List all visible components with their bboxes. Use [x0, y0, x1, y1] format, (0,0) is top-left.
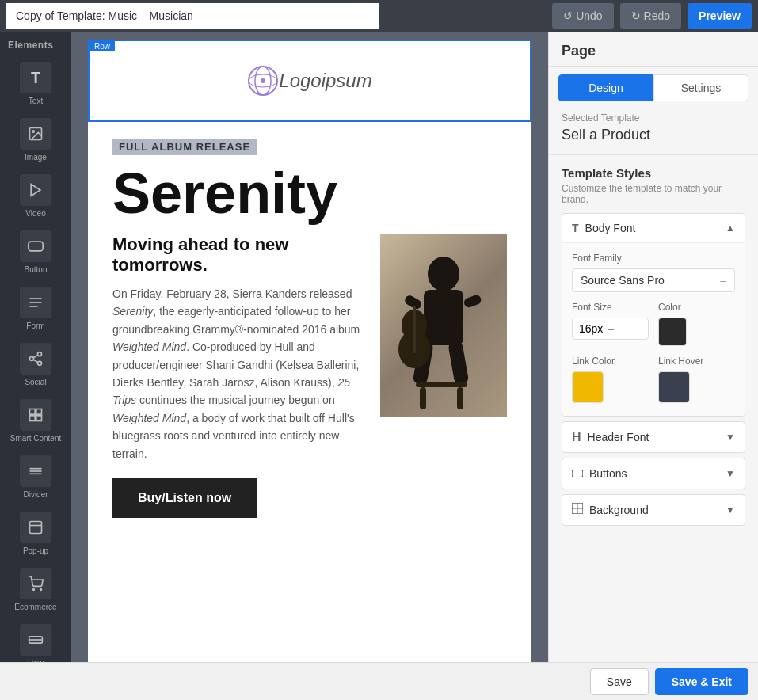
svg-rect-13	[36, 409, 42, 415]
body-font-label: Body Font	[585, 222, 636, 234]
link-hover-label: Link Hover	[658, 356, 735, 367]
save-button[interactable]: Save	[590, 668, 649, 695]
undo-button[interactable]: ↺ Undo	[552, 3, 613, 29]
text-icon: T	[20, 62, 51, 93]
popup-icon	[20, 512, 51, 543]
social-icon	[20, 343, 51, 375]
background-accordion: Background ▼	[562, 494, 745, 526]
svg-point-28	[261, 78, 265, 83]
sidebar-item-smart-content[interactable]: Smart Content	[0, 393, 71, 449]
content-image	[380, 234, 507, 417]
color-label: Color	[658, 302, 735, 313]
svg-rect-34	[448, 340, 469, 385]
font-family-dash: –	[720, 274, 726, 287]
top-bar: ↺ Undo ↻ Redo Preview	[0, 0, 758, 32]
logo-text: Logoipsum	[279, 70, 371, 92]
image-placeholder	[380, 234, 507, 417]
font-family-value: Source Sans Pro	[581, 274, 665, 287]
font-size-label: Font Size	[572, 302, 649, 313]
chevron-up-icon: ▲	[726, 223, 735, 234]
album-title: Serenity	[112, 165, 507, 222]
font-size-minus[interactable]: –	[608, 322, 614, 335]
sidebar-item-button[interactable]: Button	[0, 224, 71, 280]
content-subtitle: Moving ahead to new tomorrows.	[112, 234, 364, 276]
selected-template-label: Selected Template	[562, 112, 745, 124]
chevron-down-icon-3: ▼	[726, 504, 735, 515]
template-styles-section: Template Styles Customize the template t…	[549, 155, 758, 542]
design-settings-tabs: Design Settings	[549, 67, 758, 101]
sidebar-item-divider[interactable]: Divider	[0, 449, 71, 505]
font-family-label: Font Family	[572, 253, 735, 264]
background-header[interactable]: Background ▼	[562, 495, 745, 525]
header-font-accordion: H Header Font ▼	[562, 421, 745, 453]
sidebar-item-form[interactable]: Form	[0, 280, 71, 337]
page-title-input[interactable]	[6, 3, 379, 29]
main-layout: Elements T Text Image Video Button	[0, 32, 758, 662]
tab-settings[interactable]: Settings	[653, 74, 748, 101]
svg-point-9	[38, 361, 42, 365]
svg-rect-15	[36, 416, 42, 421]
header-font-label: Header Font	[588, 431, 649, 443]
redo-button[interactable]: ↻ Redo	[620, 3, 681, 29]
form-icon	[20, 287, 51, 318]
selected-template-value: Sell a Product	[562, 127, 745, 143]
sidebar-item-row[interactable]: Row	[0, 618, 71, 662]
logo-row[interactable]: Row Logoipsum	[88, 40, 531, 122]
svg-rect-3	[29, 242, 43, 251]
background-icon	[572, 503, 583, 517]
svg-point-8	[30, 357, 34, 361]
selected-template-section: Selected Template Sell a Product	[549, 101, 758, 155]
link-color-swatch[interactable]	[572, 371, 604, 403]
content-columns: Moving ahead to new tomorrows. On Friday…	[112, 234, 507, 462]
smart-content-icon	[20, 399, 51, 431]
color-swatch[interactable]	[658, 318, 687, 346]
body-font-body: Font Family Source Sans Pro – Font Size …	[562, 242, 745, 416]
font-family-select[interactable]: Source Sans Pro –	[572, 268, 735, 292]
color-group: Color	[658, 302, 735, 346]
button-icon	[20, 230, 51, 262]
svg-point-7	[38, 352, 42, 356]
sidebar-item-text[interactable]: T Text	[0, 55, 71, 112]
svg-rect-14	[30, 416, 36, 421]
buy-listen-button[interactable]: Buy/Listen now	[112, 478, 257, 518]
sidebar-item-popup[interactable]: Pop-up	[0, 505, 71, 561]
header-font-header[interactable]: H Header Font ▼	[562, 422, 745, 452]
svg-rect-40	[457, 387, 463, 409]
svg-point-21	[33, 589, 35, 591]
font-size-value: 16px	[579, 322, 603, 335]
link-color-label: Link Color	[572, 356, 649, 367]
album-label: FULL ALBUM RELEASE	[112, 139, 257, 155]
canvas-scroll[interactable]: Row Logoipsum FULL ALBUM RELE	[71, 32, 548, 662]
svg-rect-30	[424, 290, 463, 345]
canvas-area: Row Logoipsum FULL ALBUM RELE	[71, 32, 548, 662]
sidebar-item-image[interactable]: Image	[0, 112, 71, 168]
font-size-control[interactable]: 16px –	[572, 318, 649, 340]
video-icon	[20, 174, 51, 206]
svg-rect-19	[30, 522, 42, 534]
preview-button[interactable]: Preview	[688, 3, 752, 29]
logo-icon	[247, 65, 279, 97]
body-font-accordion: T Body Font ▲ Font Family Source Sans Pr…	[562, 213, 745, 417]
tab-design[interactable]: Design	[558, 74, 653, 101]
sidebar-item-social[interactable]: Social	[0, 337, 71, 393]
page-header: Page	[549, 32, 758, 67]
template-styles-title: Template Styles	[562, 166, 745, 180]
sidebar-item-ecommerce[interactable]: Ecommerce	[0, 561, 71, 618]
font-size-group: Font Size 16px –	[572, 302, 649, 346]
content-body: On Friday, February 28, Sierra Kanders r…	[112, 285, 364, 462]
svg-rect-12	[30, 409, 36, 415]
svg-rect-37	[413, 306, 416, 353]
font-size-color-row: Font Size 16px – Color	[572, 302, 735, 346]
sidebar-item-video[interactable]: Video	[0, 168, 71, 224]
header-font-icon: H	[572, 430, 581, 444]
save-exit-button[interactable]: Save & Exit	[655, 668, 748, 695]
content-row[interactable]: FULL ALBUM RELEASE Serenity Moving ahead…	[88, 122, 531, 535]
body-font-header[interactable]: T Body Font ▲	[562, 214, 745, 242]
divider-icon	[20, 455, 51, 487]
buttons-header[interactable]: Buttons ▼	[562, 458, 745, 489]
link-hover-swatch[interactable]	[658, 371, 690, 403]
row-label: Row	[90, 41, 115, 51]
chevron-down-icon-1: ▼	[726, 432, 735, 443]
svg-line-11	[33, 355, 38, 357]
undo-icon: ↺	[563, 10, 573, 22]
